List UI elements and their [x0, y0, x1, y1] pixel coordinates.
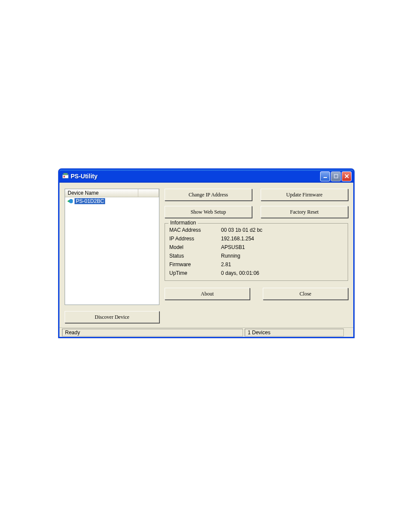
- change-ip-button[interactable]: Change IP Address: [165, 189, 252, 201]
- status-value: Running: [221, 253, 343, 259]
- titlebar[interactable]: PS-Utility: [59, 170, 353, 183]
- list-header[interactable]: Device Name: [65, 189, 159, 197]
- device-name-label: PS-01D2BC: [75, 198, 105, 204]
- status-left: Ready: [62, 329, 243, 336]
- header-device-name[interactable]: Device Name: [65, 189, 138, 197]
- group-legend: Information: [168, 220, 198, 226]
- status-right: 1 Devices: [245, 329, 344, 336]
- button-row-2: Show Web Setup Factory Reset: [165, 206, 348, 218]
- left-column: Device Name PS-01D2BC Discover Device: [65, 189, 159, 323]
- right-column: Change IP Address Update Firmware Show W…: [165, 189, 348, 323]
- update-firmware-button[interactable]: Update Firmware: [261, 189, 348, 201]
- svg-point-2: [63, 176, 65, 177]
- svg-rect-4: [334, 174, 338, 178]
- discover-device-button[interactable]: Discover Device: [65, 311, 159, 323]
- close-app-button[interactable]: Close: [263, 288, 348, 300]
- show-web-setup-button[interactable]: Show Web Setup: [165, 206, 252, 218]
- firmware-label: Firmware: [169, 261, 221, 268]
- bottom-button-row: About Close: [165, 288, 348, 300]
- uptime-value: 0 days, 00:01:06: [221, 270, 343, 276]
- model-label: Model: [169, 244, 221, 250]
- app-window: PS-Utility Device Name PS-01D2BC: [58, 168, 355, 338]
- maximize-button: [331, 171, 341, 181]
- svg-rect-3: [324, 177, 327, 178]
- factory-reset-button[interactable]: Factory Reset: [261, 206, 348, 218]
- mac-label: MAC Address: [169, 227, 221, 233]
- mac-value: 00 03 1b 01 d2 bc: [221, 227, 343, 233]
- device-icon: [67, 199, 75, 204]
- header-blank[interactable]: [138, 189, 159, 197]
- status-bar: Ready 1 Devices: [59, 327, 353, 337]
- minimize-button[interactable]: [320, 171, 330, 181]
- uptime-label: UpTime: [169, 270, 221, 276]
- about-button[interactable]: About: [165, 288, 250, 300]
- discover-row: Discover Device: [65, 311, 159, 323]
- ip-value: 192.168.1.254: [221, 236, 343, 242]
- close-button[interactable]: [342, 171, 352, 181]
- info-grid: MAC Address 00 03 1b 01 d2 bc IP Address…: [169, 227, 343, 276]
- window-controls: [320, 171, 352, 181]
- device-list[interactable]: Device Name PS-01D2BC: [65, 189, 159, 305]
- window-title: PS-Utility: [71, 173, 320, 180]
- model-value: APSUSB1: [221, 244, 343, 250]
- svg-point-7: [69, 199, 73, 203]
- list-item[interactable]: PS-01D2BC: [65, 197, 159, 205]
- client-area: Device Name PS-01D2BC Discover Device Ch…: [59, 183, 353, 323]
- app-icon: [62, 173, 69, 180]
- firmware-value: 2.81: [221, 261, 343, 268]
- status-label: Status: [169, 253, 221, 259]
- ip-label: IP Address: [169, 236, 221, 242]
- button-row-1: Change IP Address Update Firmware: [165, 189, 348, 201]
- svg-rect-1: [63, 173, 68, 175]
- information-group: Information MAC Address 00 03 1b 01 d2 b…: [165, 223, 348, 281]
